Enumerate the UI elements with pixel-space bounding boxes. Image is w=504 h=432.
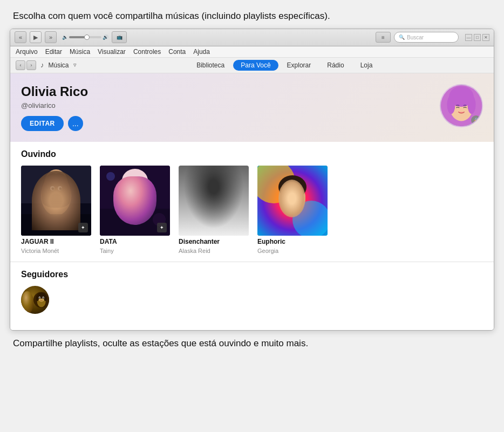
svg-point-53 [43,297,44,298]
followers-section: Seguidores [10,262,494,321]
album-title-disenchanter: Disenchanter [179,238,249,245]
menu-arquivo[interactable]: Arquivo [16,47,38,56]
svg-point-40 [296,194,298,197]
avatar: 🔒 [440,84,483,127]
album-item-euphoric[interactable]: Euphoric Georgia [257,166,328,254]
minimize-button[interactable]: — [465,34,472,41]
svg-point-29 [179,198,200,213]
album-title-data: DATA [100,238,170,245]
album-item-jaguar[interactable]: ✦ JAGUAR II Victoria Monét [21,166,91,254]
svg-point-42 [279,186,290,199]
profile-actions: EDITAR ... [21,116,88,131]
svg-point-17 [122,169,148,193]
airplay-button[interactable]: 📺 [112,31,127,43]
play-icon: ▶ [33,34,38,41]
nav-back-button[interactable]: ‹ [16,60,25,70]
list-view-button[interactable]: ≡ [376,32,391,43]
svg-point-19 [137,184,141,190]
album-artist-disenchanter: Alaska Reid [179,248,249,254]
menu-ajuda[interactable]: Ajuda [193,47,210,56]
music-note-icon: ♪ [40,61,44,69]
top-caption: Escolha com quem você compartilha música… [0,0,504,29]
album-cover-disenchanter [179,166,249,236]
followers-title: Seguidores [21,270,483,279]
more-button[interactable]: ... [68,116,83,131]
svg-rect-27 [179,166,249,236]
album-badge-data: ✦ [157,223,167,232]
album-cover-data: ✦ [100,166,170,236]
svg-point-39 [287,194,290,197]
forward-icon: › [31,63,32,68]
svg-point-18 [128,184,133,190]
itunes-window: « ▶ » 🔈 🔊 📺 [10,29,494,331]
svg-point-43 [296,198,305,209]
profile-name: Olivia Rico [21,84,88,99]
svg-point-35 [280,183,305,213]
bottom-caption: Compartilhe playlists, oculte as estaçõe… [0,331,504,356]
nav-arrows: ‹ › [16,60,36,70]
listening-section: Ouvindo [10,142,494,262]
menu-bar: Arquivo Editar Música Visualizar Control… [10,46,494,58]
menu-visualizar[interactable]: Visualizar [98,47,126,56]
svg-point-48 [36,295,39,301]
svg-point-33 [257,166,295,203]
avatar-lock-icon: 🔒 [471,115,481,125]
volume-track[interactable] [69,36,101,38]
menu-conta[interactable]: Conta [168,47,186,56]
album-item-disenchanter[interactable]: Disenchanter Alaska Reid [179,166,249,254]
album-cover-jaguar: ✦ [21,166,91,236]
svg-point-10 [58,186,62,190]
tab-explorar[interactable]: Explorar [280,60,319,71]
search-box[interactable]: 🔍 Buscar [394,32,459,43]
album-artist-euphoric: Georgia [257,248,328,254]
fast-forward-button[interactable]: » [45,31,57,43]
rewind-button[interactable]: « [15,31,26,43]
svg-point-3 [447,95,455,114]
tab-para-voce[interactable]: Para Você [233,60,278,71]
listening-title: Ouvindo [21,149,483,159]
title-bar-right: ≡ 🔍 Buscar — □ ✕ [376,32,489,43]
menu-editar[interactable]: Editar [45,47,62,56]
svg-point-15 [119,176,151,220]
list-icon: ≡ [382,35,385,40]
volume-icon: 🔈 [62,35,68,40]
profile-handle: @oliviarico [21,101,88,109]
restore-button[interactable]: □ [474,34,481,41]
tab-biblioteca[interactable]: Biblioteca [189,60,232,71]
search-icon: 🔍 [399,35,405,40]
svg-point-23 [106,172,115,181]
album-artist-jaguar: Victoria Monét [21,248,91,254]
library-dropdown[interactable]: ▿ [73,61,77,68]
svg-point-30 [229,195,248,207]
outer-container: Escolha com quem você compartilha música… [0,0,504,432]
nav-forward-button[interactable]: › [26,60,36,70]
volume-slider[interactable]: 🔈 🔊 [62,35,108,40]
volume-high-icon: 🔊 [103,35,108,40]
content-area[interactable]: Olivia Rico @oliviarico EDITAR ... [10,73,494,330]
tab-radio[interactable]: Rádio [319,60,351,71]
tab-loja[interactable]: Loja [353,60,380,71]
albums-grid: ✦ JAGUAR II Victoria Monét [21,166,483,254]
album-title-jaguar: JAGUAR II [21,238,91,245]
svg-point-36 [278,175,307,199]
svg-point-9 [50,186,55,190]
svg-point-8 [44,169,68,200]
fast-forward-icon: » [49,34,52,40]
airplay-icon: 📺 [117,35,122,40]
svg-point-34 [292,201,328,236]
volume-thumb[interactable] [84,35,90,40]
menu-controles[interactable]: Controles [133,47,161,56]
album-item-data[interactable]: ✦ DATA Tainy [100,166,170,254]
svg-point-20 [129,186,132,189]
svg-point-49 [44,295,47,301]
edit-button[interactable]: EDITAR [21,116,64,131]
play-button[interactable]: ▶ [30,31,42,43]
svg-point-52 [39,297,40,298]
close-button[interactable]: ✕ [482,34,489,41]
svg-point-21 [138,186,141,189]
menu-musica[interactable]: Música [70,47,90,56]
follower-avatar[interactable] [21,286,49,314]
title-bar-controls: « ▶ » 🔈 🔊 📺 [15,31,127,43]
album-title-euphoric: Euphoric [257,238,328,245]
svg-rect-26 [179,166,249,236]
